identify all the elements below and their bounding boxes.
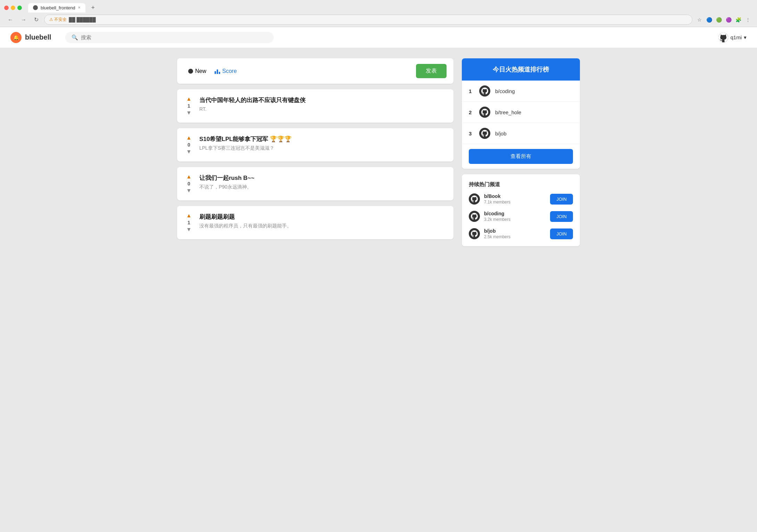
join-btn-3[interactable]: JOIN [550, 228, 573, 239]
trending-members-2: 3.2k members [484, 217, 546, 222]
trending-icon-2 [469, 211, 480, 222]
trending-name-2: b/coding [484, 211, 546, 216]
downvote-btn-2[interactable]: ▼ [186, 149, 192, 155]
channel-name-1: b/coding [495, 88, 515, 94]
back-btn[interactable]: ← [6, 15, 15, 24]
extension-icon-4[interactable]: 🧩 [735, 16, 742, 23]
search-bar[interactable]: 🔍 [65, 32, 274, 43]
vote-col-1: ▲ 1 ▼ [184, 96, 194, 116]
channel-item-1[interactable]: 1 b/coding [462, 81, 580, 102]
channel-icon-3 [479, 128, 490, 139]
extension-icon-3[interactable]: 🟣 [725, 16, 732, 23]
join-btn-2[interactable]: JOIN [550, 211, 573, 222]
main-content: New Score 发表 ▲ 1 ▼ 当代中国年轻人的出路不应该只有键盘侠 [170, 48, 587, 257]
tab-close-btn[interactable]: × [78, 5, 81, 10]
tab-new[interactable]: New [184, 66, 210, 76]
post-title-2: S10希望LPL能够拿下冠军 🏆🏆🏆 [199, 135, 447, 143]
new-tab-btn[interactable]: + [88, 3, 98, 13]
channel-rank-2: 2 [469, 109, 474, 115]
window-close-btn[interactable] [4, 6, 9, 10]
trending-item-3: b/job 2.5k members JOIN [469, 228, 573, 239]
trending-channels-title: 持续热门频道 [469, 181, 573, 188]
browser-chrome: bluebell_frontend × + ← → ↻ ⚠ 不安全 ██ ███… [0, 0, 757, 27]
app-logo[interactable]: 🔔 bluebell [10, 32, 51, 43]
url-text: ██ ██████ [69, 17, 95, 22]
new-dot-icon [188, 69, 193, 74]
bookmark-icon[interactable]: ☆ [696, 16, 703, 23]
trending-name-1: b/Book [484, 193, 546, 199]
upvote-btn-1[interactable]: ▲ [186, 96, 192, 102]
trending-info-2: b/coding 3.2k members [484, 211, 546, 222]
search-input[interactable] [81, 34, 267, 40]
vote-count-3: 0 [188, 181, 190, 186]
vote-col-2: ▲ 0 ▼ [184, 135, 194, 155]
trending-icon-3 [469, 228, 480, 239]
vote-col-3: ▲ 0 ▼ [184, 174, 194, 193]
downvote-btn-4[interactable]: ▼ [186, 227, 192, 232]
browser-toolbar: ☆ 🔵 🟢 🟣 🧩 ⋮ [696, 16, 751, 23]
search-icon: 🔍 [72, 34, 78, 41]
tab-title: bluebell_frontend [41, 5, 75, 10]
tab-score[interactable]: Score [210, 66, 241, 76]
post-desc-3: 不说了，P90永远滴神。 [199, 184, 447, 190]
post-card-1: ▲ 1 ▼ 当代中国年轻人的出路不应该只有键盘侠 RT. [177, 89, 454, 123]
logo-icon: 🔔 [10, 32, 22, 43]
tab-new-label: New [195, 68, 206, 74]
channel-list: 1 b/coding 2 b/tree_hole [462, 81, 580, 144]
post-tabs-bar: New Score 发表 [177, 58, 454, 84]
trending-info-3: b/job 2.5k members [484, 228, 546, 239]
address-bar[interactable]: ⚠ 不安全 ██ ██████ [44, 15, 692, 25]
user-dropdown-icon[interactable]: ▾ [744, 34, 747, 41]
left-column: New Score 发表 ▲ 1 ▼ 当代中国年轻人的出路不应该只有键盘侠 [177, 58, 454, 246]
trending-members-3: 2.5k members [484, 234, 546, 239]
extension-icon-1[interactable]: 🔵 [706, 16, 713, 23]
post-body-3[interactable]: 让我们一起rush B~~ 不说了，P90永远滴神。 [199, 174, 447, 193]
trending-icon-1 [469, 193, 480, 205]
nav-bar: ← → ↻ ⚠ 不安全 ██ ██████ ☆ 🔵 🟢 🟣 🧩 ⋮ [0, 13, 757, 27]
join-btn-1[interactable]: JOIN [550, 194, 573, 205]
post-desc-4: 没有最强的程序员，只有最强的刷题能手。 [199, 223, 447, 229]
channel-rank-3: 3 [469, 131, 474, 136]
hot-channels-widget: 今日火热频道排行榜 1 b/coding 2 [462, 58, 580, 169]
trending-item-2: b/coding 3.2k members JOIN [469, 211, 573, 222]
channel-item-2[interactable]: 2 b/tree_hole [462, 102, 580, 123]
view-all-channels-btn[interactable]: 查看所有 [469, 149, 573, 164]
post-title-3: 让我们一起rush B~~ [199, 174, 447, 182]
publish-button[interactable]: 发表 [416, 64, 447, 78]
trending-item-1: b/Book 7.1k members JOIN [469, 193, 573, 205]
menu-icon[interactable]: ⋮ [744, 16, 751, 23]
post-body-1[interactable]: 当代中国年轻人的出路不应该只有键盘侠 RT. [199, 96, 447, 116]
post-card-4: ▲ 1 ▼ 刷题刷题刷题 没有最强的程序员，只有最强的刷题能手。 [177, 206, 454, 239]
upvote-btn-3[interactable]: ▲ [186, 174, 192, 180]
channel-rank-1: 1 [469, 88, 474, 94]
tab-favicon [33, 5, 38, 10]
post-body-4[interactable]: 刷题刷题刷题 没有最强的程序员，只有最强的刷题能手。 [199, 213, 447, 232]
upvote-btn-4[interactable]: ▲ [186, 213, 192, 218]
hot-channels-title: 今日火热频道排行榜 [462, 58, 580, 81]
refresh-btn[interactable]: ↻ [32, 15, 41, 24]
active-tab[interactable]: bluebell_frontend × [28, 3, 85, 13]
trending-info-1: b/Book 7.1k members [484, 193, 546, 205]
channel-name-2: b/tree_hole [495, 109, 521, 115]
channel-item-3[interactable]: 3 b/job [462, 123, 580, 144]
post-card-3: ▲ 0 ▼ 让我们一起rush B~~ 不说了，P90永远滴神。 [177, 167, 454, 200]
upvote-btn-2[interactable]: ▲ [186, 135, 192, 141]
score-bar-icon [215, 68, 220, 74]
vote-count-1: 1 [188, 103, 190, 109]
post-title-1: 当代中国年轻人的出路不应该只有键盘侠 [199, 96, 447, 104]
extension-icon-2[interactable]: 🟢 [715, 16, 722, 23]
downvote-btn-3[interactable]: ▼ [186, 188, 192, 193]
post-desc-1: RT. [199, 106, 447, 112]
window-minimize-btn[interactable] [11, 6, 15, 10]
right-column: 今日火热频道排行榜 1 b/coding 2 [462, 58, 580, 246]
tab-score-label: Score [222, 68, 237, 74]
window-fullscreen-btn[interactable] [17, 6, 22, 10]
tab-bar: bluebell_frontend × + [0, 0, 757, 13]
header-user-area[interactable]: q1mi ▾ [718, 33, 747, 42]
logo-text: bluebell [25, 33, 51, 41]
post-body-2[interactable]: S10希望LPL能够拿下冠军 🏆🏆🏆 LPL拿下S赛三连冠岂不是美滋滋？ [199, 135, 447, 155]
forward-btn[interactable]: → [19, 15, 28, 24]
downvote-btn-1[interactable]: ▼ [186, 110, 192, 116]
channel-name-3: b/job [495, 131, 507, 136]
post-desc-2: LPL拿下S赛三连冠岂不是美滋滋？ [199, 145, 447, 151]
